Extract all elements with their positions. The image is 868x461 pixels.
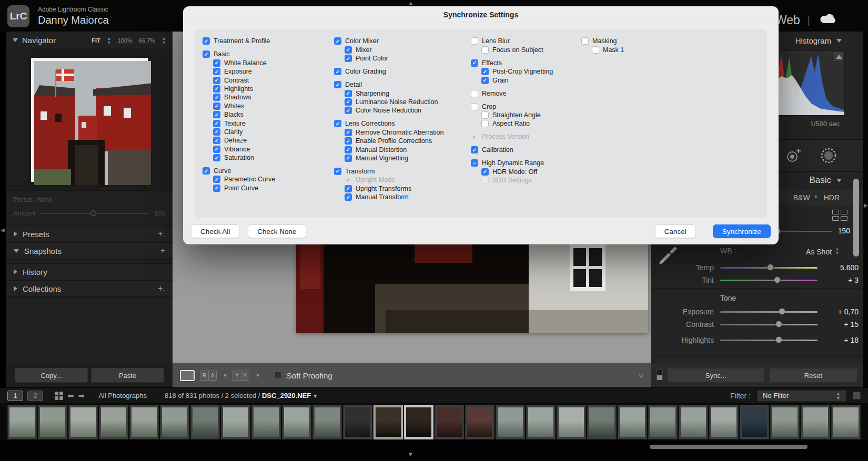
paste-button[interactable]: Paste bbox=[91, 368, 164, 383]
thumbnail-image[interactable] bbox=[101, 407, 126, 437]
checkbox-on[interactable]: ✓ bbox=[213, 111, 220, 118]
thumbnail-image[interactable] bbox=[467, 407, 492, 437]
sync-option-texture[interactable]: ✓Texture bbox=[213, 120, 275, 127]
filmstrip-thumbnail[interactable] bbox=[99, 405, 128, 439]
filmstrip-thumbnail[interactable] bbox=[435, 405, 464, 439]
checkbox-on[interactable]: ✓ bbox=[345, 98, 352, 106]
sync-option-masking[interactable]: Masking bbox=[581, 37, 624, 45]
sync-option-curve[interactable]: ✓Curve bbox=[203, 167, 275, 175]
sync-option-upright-transforms[interactable]: ✓Upright Transforms bbox=[345, 185, 443, 192]
sync-option-saturation[interactable]: ✓Saturation bbox=[213, 154, 275, 161]
sync-option-mask-1[interactable]: Mask 1 bbox=[592, 46, 624, 54]
checkbox-on[interactable]: ✓ bbox=[334, 81, 341, 88]
thumbnail-image[interactable] bbox=[40, 407, 65, 437]
amount-slider-knob[interactable] bbox=[89, 209, 98, 218]
checkbox-on[interactable]: ✓ bbox=[345, 137, 352, 145]
soft-proofing-checkbox[interactable] bbox=[275, 372, 282, 379]
checkbox-on[interactable]: ✓ bbox=[345, 129, 352, 136]
thumbnail-image[interactable] bbox=[70, 407, 96, 437]
soft-proofing-control[interactable]: Soft Proofing bbox=[275, 371, 332, 380]
checkbox-on[interactable]: ✓ bbox=[345, 46, 352, 54]
toolbar-options-caret[interactable]: ▽ bbox=[639, 372, 643, 379]
amount-slider[interactable] bbox=[41, 213, 149, 214]
sync-option-point-color[interactable]: ✓Point Color bbox=[345, 55, 443, 62]
checkbox-on[interactable]: ✓ bbox=[345, 55, 352, 62]
sync-option-manual-transform[interactable]: ✓Manual Transform bbox=[345, 193, 443, 201]
thumbnail-image[interactable] bbox=[406, 407, 431, 437]
checkbox-on[interactable]: ✓ bbox=[471, 146, 478, 153]
sync-option-whites[interactable]: ✓Whites bbox=[213, 103, 275, 110]
checkbox-on[interactable]: ✓ bbox=[471, 59, 478, 67]
add-icon[interactable]: +. bbox=[158, 229, 165, 239]
highlight-clipping-indicator[interactable] bbox=[834, 52, 843, 61]
checkbox-on[interactable]: ✓ bbox=[213, 154, 220, 161]
chevron-down-icon[interactable]: ▼ bbox=[313, 394, 318, 399]
sync-option-post-crop-vignetting[interactable]: ✓Post-Crop Vignetting bbox=[481, 68, 553, 75]
sync-option-exposure[interactable]: ✓Exposure bbox=[213, 68, 275, 75]
checkbox-on[interactable]: ✓ bbox=[345, 193, 352, 201]
sync-option-transform[interactable]: ✓Transform bbox=[334, 168, 443, 175]
checkbox-dis-off[interactable] bbox=[481, 177, 489, 184]
sync-option-sharpening[interactable]: ✓Sharpening bbox=[345, 90, 443, 97]
sync-option-lens-blur[interactable]: Lens Blur bbox=[471, 37, 553, 45]
filmstrip-thumbnail-active[interactable] bbox=[404, 405, 433, 439]
slider-knob[interactable] bbox=[775, 336, 782, 343]
sync-option-highlights[interactable]: ✓Highlights bbox=[213, 85, 275, 93]
sync-option-detail[interactable]: ✓Detail bbox=[334, 81, 443, 88]
filmstrip-thumbnail[interactable] bbox=[587, 405, 617, 439]
thumbnail-image[interactable] bbox=[772, 407, 798, 437]
filmstrip-thumbnail[interactable] bbox=[68, 405, 98, 439]
module-web[interactable]: Web bbox=[775, 13, 800, 27]
cancel-button[interactable]: Cancel bbox=[655, 224, 696, 238]
filmstrip-thumbnail[interactable] bbox=[190, 405, 220, 439]
thumbnail-image[interactable] bbox=[620, 407, 645, 437]
sync-option-manual-distortion[interactable]: ✓Manual Distortion bbox=[345, 146, 443, 153]
sync-option-basic[interactable]: ✓Basic bbox=[203, 50, 275, 58]
sidebar-panel-presets[interactable]: Presets+. bbox=[6, 226, 173, 243]
sidebar-panel-snapshots[interactable]: Snapshots+ bbox=[6, 243, 173, 260]
compare-reference[interactable]: R bbox=[200, 371, 208, 381]
sync-option-mixer[interactable]: ✓Mixer bbox=[345, 46, 443, 54]
sync-option-manual-vignetting[interactable]: ✓Manual Vignetting bbox=[345, 155, 443, 162]
wb-eyedropper-icon[interactable] bbox=[657, 244, 678, 268]
zoom-ratio[interactable]: 66.7% bbox=[139, 37, 155, 44]
checkbox-dis-on[interactable]: ✓ bbox=[345, 176, 352, 183]
filmstrip-thumbnail[interactable] bbox=[679, 405, 708, 439]
checkbox-on[interactable]: ✓ bbox=[334, 37, 341, 45]
checkbox-on[interactable]: ✓ bbox=[213, 77, 220, 84]
checkbox-on[interactable]: ✓ bbox=[213, 120, 220, 127]
thumbnail-image[interactable] bbox=[132, 407, 157, 437]
filmstrip-scrollbar[interactable] bbox=[650, 445, 808, 449]
top-panel-reveal-arrow[interactable]: ▲ bbox=[408, 0, 413, 6]
right-panel-scrollbar[interactable] bbox=[853, 179, 859, 257]
compare-active[interactable]: A bbox=[208, 371, 217, 381]
filmstrip-thumbnail[interactable] bbox=[129, 405, 159, 439]
navigator-preview-image[interactable] bbox=[31, 58, 148, 182]
masking-tool-icon[interactable] bbox=[820, 147, 837, 165]
highlights-slider[interactable] bbox=[720, 340, 817, 341]
checkbox-off[interactable] bbox=[471, 90, 478, 97]
thumbnail-image[interactable] bbox=[437, 407, 462, 437]
filmstrip-thumbnail[interactable] bbox=[557, 405, 586, 439]
checkbox-on[interactable]: ✓ bbox=[334, 120, 341, 127]
synchronize-button[interactable]: Synchronize bbox=[713, 224, 771, 238]
sidebar-panel-collections[interactable]: Collections+. bbox=[6, 281, 173, 298]
thumbnail-image[interactable] bbox=[681, 407, 706, 437]
filmstrip-thumbnail[interactable] bbox=[526, 405, 556, 439]
checkbox-on[interactable]: ✓ bbox=[345, 146, 352, 153]
sync-option-straighten-angle[interactable]: Straighten Angle bbox=[481, 111, 553, 119]
chevron-down-icon[interactable]: ▼ bbox=[256, 373, 260, 378]
checkbox-on[interactable]: ✓ bbox=[203, 167, 210, 175]
loupe-view-button[interactable] bbox=[180, 370, 195, 381]
sync-option-process-version[interactable]: ✓Process Version bbox=[471, 133, 553, 140]
add-icon[interactable]: + bbox=[160, 246, 165, 255]
copy-button[interactable]: Copy... bbox=[15, 368, 88, 383]
thumbnail-image[interactable] bbox=[711, 407, 736, 437]
filmstrip-thumbnail[interactable] bbox=[740, 405, 769, 439]
sync-option-dehaze[interactable]: ✓Dehaze bbox=[213, 137, 275, 144]
left-collapse-arrow[interactable]: ◀ bbox=[1, 227, 5, 233]
filmstrip-status[interactable]: 818 of 831 photos / 2 selected / DSC_292… bbox=[165, 392, 318, 399]
checkbox-on[interactable]: ✓ bbox=[203, 50, 210, 58]
wb-select[interactable]: As Shot▲▼ bbox=[806, 247, 840, 256]
checkbox-off[interactable] bbox=[581, 37, 589, 45]
